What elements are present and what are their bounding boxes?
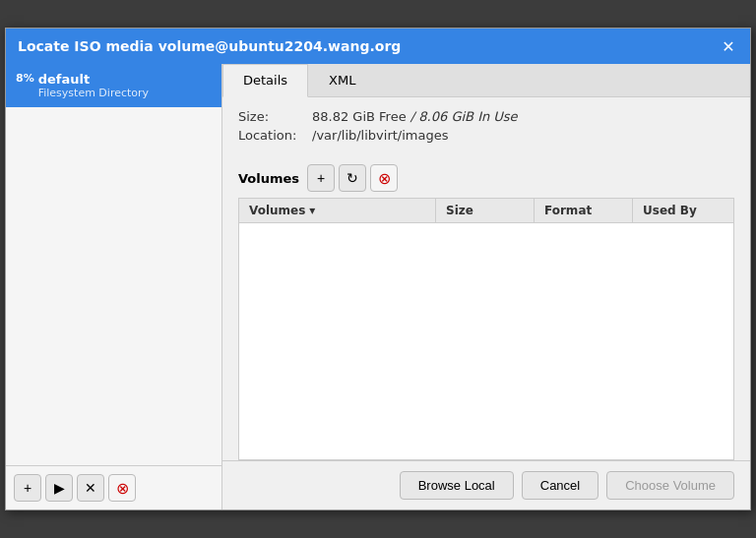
- sidebar-controls: + ▶ ✕ ⊗: [6, 465, 221, 509]
- title-bar: Locate ISO media volume@ubuntu2204.wang.…: [6, 29, 750, 64]
- col-format: Format: [535, 199, 633, 222]
- refresh-volume-button[interactable]: ↻: [339, 164, 366, 192]
- size-label: Size:: [238, 109, 312, 124]
- start-pool-button[interactable]: ▶: [45, 474, 73, 502]
- cancel-button[interactable]: Cancel: [522, 471, 598, 500]
- delete-volume-icon: ⊗: [378, 169, 391, 188]
- sidebar: 8% default Filesystem Directory + ▶ ✕ ⊗: [6, 64, 222, 509]
- sidebar-item-name: default: [38, 72, 149, 87]
- size-value: 88.82 GiB Free / 8.06 GiB In Use: [312, 109, 518, 124]
- stop-pool-button[interactable]: ✕: [77, 474, 104, 502]
- tab-details[interactable]: Details: [222, 64, 308, 97]
- add-volume-button[interactable]: +: [307, 164, 335, 192]
- location-value: /var/lib/libvirt/images: [312, 128, 449, 143]
- delete-pool-button[interactable]: ⊗: [108, 474, 136, 502]
- sidebar-item-default[interactable]: 8% default Filesystem Directory: [6, 64, 221, 107]
- refresh-icon: ↻: [346, 170, 358, 186]
- location-row: Location: /var/lib/libvirt/images: [238, 128, 734, 143]
- volumes-header: Volumes + ↻ ⊗: [222, 158, 750, 198]
- tab-xml[interactable]: XML: [308, 64, 376, 96]
- tabs-bar: Details XML: [222, 64, 750, 97]
- table-header: Volumes ▾ Size Format Used By: [239, 199, 733, 223]
- col-size: Size: [436, 199, 535, 222]
- delete-pool-icon: ⊗: [116, 479, 129, 498]
- col-volumes: Volumes ▾: [239, 199, 436, 222]
- browse-local-button[interactable]: Browse Local: [400, 471, 514, 500]
- delete-volume-button[interactable]: ⊗: [370, 164, 398, 192]
- close-button[interactable]: ✕: [719, 36, 738, 56]
- add-pool-button[interactable]: +: [14, 474, 41, 502]
- footer-buttons: Browse Local Cancel Choose Volume: [222, 460, 750, 509]
- sidebar-item-sub: Filesystem Directory: [38, 87, 149, 99]
- location-label: Location:: [238, 128, 312, 143]
- table-body: [239, 223, 733, 459]
- choose-volume-button[interactable]: Choose Volume: [606, 471, 734, 500]
- details-panel: Size: 88.82 GiB Free / 8.06 GiB In Use L…: [222, 97, 750, 158]
- dialog-title: Locate ISO media volume@ubuntu2204.wang.…: [18, 38, 401, 54]
- main-panel: Details XML Size: 88.82 GiB Free / 8.06 …: [222, 64, 750, 509]
- dialog: Locate ISO media volume@ubuntu2204.wang.…: [5, 28, 751, 510]
- sidebar-item-badge: 8%: [16, 72, 34, 85]
- volumes-label: Volumes: [238, 171, 299, 186]
- content-area: 8% default Filesystem Directory + ▶ ✕ ⊗: [6, 64, 750, 509]
- col-usedby: Used By: [633, 199, 733, 222]
- size-row: Size: 88.82 GiB Free / 8.06 GiB In Use: [238, 109, 734, 124]
- volumes-table: Volumes ▾ Size Format Used By: [238, 198, 734, 460]
